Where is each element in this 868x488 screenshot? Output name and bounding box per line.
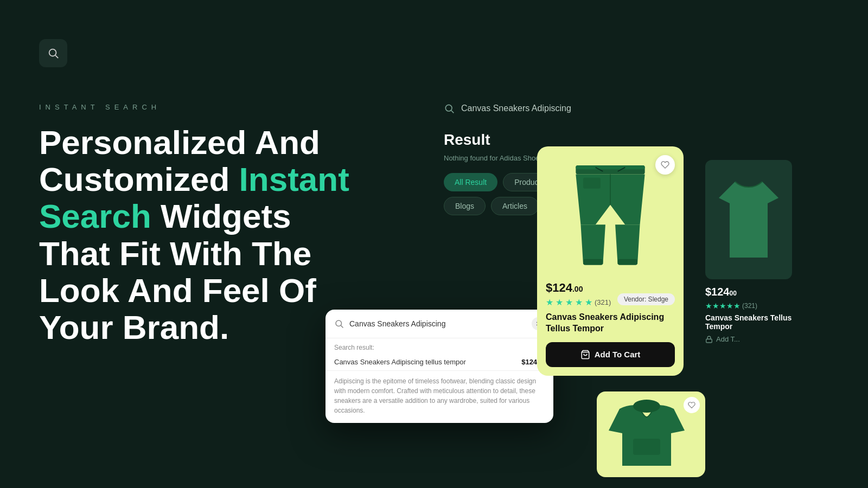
svg-rect-5 — [576, 165, 644, 169]
product-2-add-button[interactable]: Add T... — [705, 335, 814, 343]
search-result-item[interactable]: Canvas Sneakers Adipiscing tellus tempor… — [326, 354, 553, 371]
svg-rect-9 — [618, 259, 637, 265]
product-card-hoodie — [597, 391, 705, 477]
product-card-secondary: $12400 ★★★★★ (321) Canvas Sneakers Tellu… — [705, 160, 814, 343]
product-image-container — [546, 155, 675, 274]
svg-line-3 — [451, 111, 454, 113]
star-4: ★ — [575, 297, 583, 307]
lock-icon — [705, 336, 713, 343]
search-icon-button[interactable] — [39, 39, 67, 67]
star-count: (321) — [595, 298, 611, 306]
product-2-stars: ★★★★★ (321) — [705, 301, 814, 310]
product-2-name: Canvas Sneakers Tellus Tempor — [705, 313, 814, 331]
search-widget-icon — [334, 319, 344, 329]
svg-point-14 — [336, 320, 342, 326]
svg-point-18 — [633, 400, 660, 413]
hoodie-wishlist-button[interactable] — [684, 397, 700, 413]
heart-icon-3 — [688, 401, 695, 409]
hoodie-image — [603, 398, 690, 468]
add-to-cart-button[interactable]: Add To Cart — [546, 342, 675, 367]
product-card-main: Vendor: Sledge $124.00 ★ ★ ★ ★ ★ (321) C… — [537, 146, 684, 376]
search-result-description: Adipiscing is the epitome of timeless fo… — [326, 371, 553, 423]
hero-label: INSTANT SEARCH — [39, 103, 354, 111]
result-item-name: Canvas Sneakers Adipiscing tellus tempor — [334, 358, 466, 366]
star-3: ★ — [565, 297, 573, 307]
search-icon-top — [444, 103, 455, 114]
hero-title: Personalized And Customized Instant Sear… — [39, 124, 354, 346]
search-icon — [47, 47, 59, 59]
price-cents: .00 — [572, 285, 583, 293]
svg-point-0 — [49, 49, 56, 56]
search-result-label: Search result: — [326, 338, 553, 354]
svg-line-15 — [341, 325, 343, 328]
tab-articles[interactable]: Articles — [491, 197, 539, 215]
product-name: Canvas Sneakers Adipiscing Tellus Tempor — [546, 312, 675, 335]
star-2: ★ — [556, 297, 563, 307]
tab-all-result[interactable]: All Result — [444, 173, 497, 191]
tshirt-image — [713, 176, 784, 263]
svg-rect-13 — [706, 339, 712, 342]
tab-blogs[interactable]: Blogs — [444, 197, 486, 215]
star-1: ★ — [546, 297, 553, 307]
search-widget-header — [326, 310, 553, 338]
product-2-price: $12400 — [705, 286, 814, 298]
product-price: $124.00 — [546, 281, 583, 295]
svg-rect-11 — [583, 178, 601, 189]
search-widget: Search result: Canvas Sneakers Adipiscin… — [326, 310, 553, 423]
top-search-query: Canvas Sneakers Adipiscing — [461, 104, 571, 113]
heart-icon — [661, 160, 669, 169]
svg-rect-8 — [583, 259, 603, 265]
tshirt-container — [705, 160, 792, 279]
product-pants-image — [561, 160, 659, 269]
vendor-badge: Vendor: Sledge — [617, 293, 675, 305]
hero-section: INSTANT SEARCH Personalized And Customiz… — [39, 103, 354, 346]
search-widget-input[interactable] — [349, 319, 526, 328]
top-search-bar: Canvas Sneakers Adipiscing — [439, 103, 852, 114]
svg-point-2 — [445, 105, 452, 111]
svg-rect-19 — [633, 439, 660, 455]
svg-line-1 — [55, 55, 58, 58]
shopping-bag-icon — [580, 350, 590, 359]
star-half: ★ — [585, 297, 592, 307]
wishlist-button[interactable] — [655, 155, 675, 175]
